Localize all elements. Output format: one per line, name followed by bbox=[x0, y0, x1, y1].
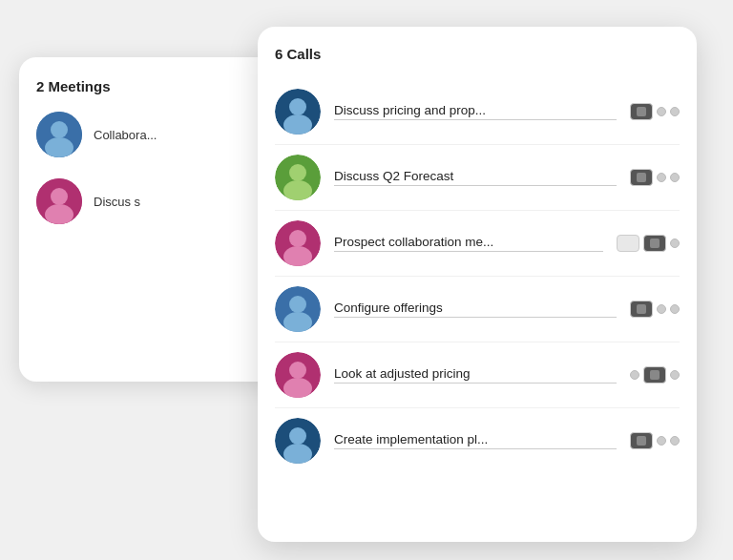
call-label: Discuss Q2 Forecast bbox=[334, 169, 617, 186]
toggle-dot bbox=[670, 239, 680, 248]
meetings-title: 2 Meetings bbox=[36, 78, 279, 94]
list-item: Look at adjusted pricing bbox=[275, 342, 680, 408]
svg-point-16 bbox=[289, 296, 306, 313]
list-item: Configure offerings bbox=[275, 277, 680, 342]
list-item: Collabora... bbox=[36, 112, 279, 157]
toggle-video-button[interactable] bbox=[630, 103, 653, 120]
toggle-dot bbox=[657, 304, 666, 314]
call-label: Configure offerings bbox=[334, 301, 617, 318]
toggle-dot bbox=[670, 370, 680, 380]
toggle-group bbox=[617, 235, 680, 252]
toggle-dot bbox=[657, 173, 666, 182]
avatar bbox=[275, 89, 321, 135]
svg-point-17 bbox=[283, 312, 312, 332]
svg-point-2 bbox=[45, 137, 73, 157]
call-label: Discuss pricing and prop... bbox=[334, 103, 617, 120]
avatar bbox=[36, 112, 82, 157]
meeting-label: Discus s bbox=[94, 195, 140, 209]
toggle-dot bbox=[670, 304, 680, 314]
list-item: Create implementation pl... bbox=[275, 408, 680, 473]
avatar bbox=[275, 352, 321, 398]
svg-point-8 bbox=[283, 114, 312, 135]
svg-point-22 bbox=[289, 427, 306, 445]
calls-card: 6 Calls Discuss pricing and prop... bbox=[258, 27, 697, 542]
toggle-video-button[interactable] bbox=[630, 301, 653, 318]
toggle-dot bbox=[630, 370, 639, 380]
call-label: Prospect collaboration me... bbox=[334, 235, 603, 252]
toggle-video-button[interactable] bbox=[630, 169, 653, 186]
avatar bbox=[275, 220, 321, 266]
call-label: Look at adjusted pricing bbox=[334, 366, 617, 384]
svg-point-7 bbox=[289, 98, 306, 115]
toggle-group bbox=[630, 432, 680, 449]
svg-point-1 bbox=[51, 121, 68, 138]
calls-title: 6 Calls bbox=[275, 46, 680, 62]
svg-point-19 bbox=[289, 362, 306, 379]
toggle-group bbox=[630, 366, 680, 384]
toggle-video-button[interactable] bbox=[617, 235, 639, 252]
meetings-card: 2 Meetings Collabora... Discus s bbox=[19, 57, 296, 382]
svg-point-14 bbox=[283, 246, 312, 266]
toggle-video-button[interactable] bbox=[630, 432, 653, 449]
avatar bbox=[275, 418, 321, 464]
main-container: 2 Meetings Collabora... Discus s bbox=[0, 0, 733, 560]
svg-point-10 bbox=[289, 164, 306, 181]
list-item: Prospect collaboration me... bbox=[275, 211, 680, 277]
call-label: Create implementation pl... bbox=[334, 432, 617, 449]
svg-point-23 bbox=[283, 444, 312, 464]
svg-point-13 bbox=[289, 230, 306, 247]
svg-point-20 bbox=[283, 378, 312, 398]
toggle-dot bbox=[670, 436, 680, 446]
svg-point-11 bbox=[283, 180, 312, 200]
avatar bbox=[275, 286, 321, 332]
list-item: Discuss Q2 Forecast bbox=[275, 145, 680, 211]
list-item: Discus s bbox=[36, 178, 279, 224]
toggle-dot bbox=[670, 107, 680, 116]
svg-point-5 bbox=[45, 204, 73, 224]
toggle-active-button[interactable] bbox=[643, 366, 666, 384]
meeting-label: Collabora... bbox=[94, 128, 157, 142]
toggle-group bbox=[630, 103, 680, 120]
toggle-dot bbox=[670, 173, 680, 182]
toggle-group bbox=[630, 301, 680, 318]
list-item: Discuss pricing and prop... bbox=[275, 79, 680, 145]
avatar bbox=[36, 178, 82, 224]
svg-point-4 bbox=[51, 188, 68, 205]
toggle-group bbox=[630, 169, 680, 186]
toggle-active-button[interactable] bbox=[643, 235, 666, 252]
avatar bbox=[275, 155, 321, 200]
toggle-dot bbox=[657, 107, 666, 116]
toggle-dot bbox=[657, 436, 666, 446]
